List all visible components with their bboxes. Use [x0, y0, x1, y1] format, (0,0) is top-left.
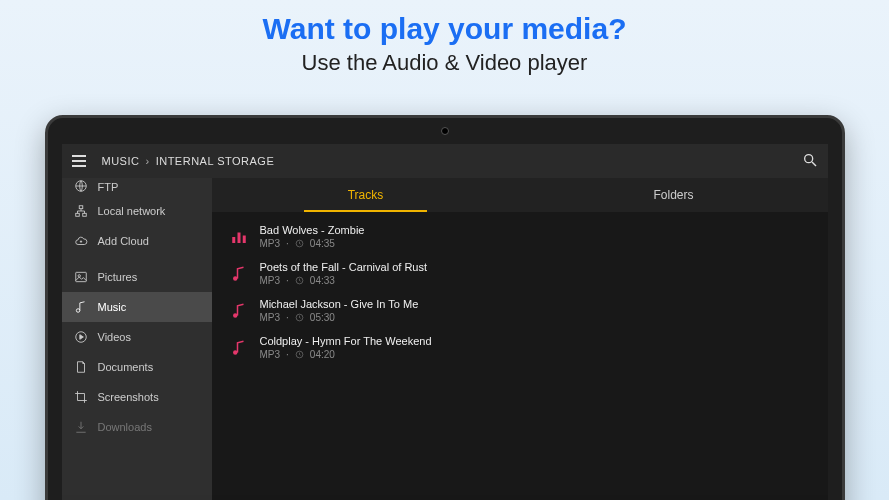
music-note-icon: [230, 339, 248, 357]
sidebar-item-music[interactable]: Music: [62, 292, 212, 322]
sidebar-item-label: Music: [98, 301, 127, 313]
cloud-plus-icon: [74, 234, 88, 248]
track-duration: 04:35: [310, 238, 335, 249]
svg-rect-3: [79, 206, 83, 209]
sidebar-item-documents[interactable]: Documents: [62, 352, 212, 382]
sidebar-item-label: Screenshots: [98, 391, 159, 403]
track-format: MP3: [260, 349, 281, 360]
sidebar-item-videos[interactable]: Videos: [62, 322, 212, 352]
sidebar-item-label: Local network: [98, 205, 166, 217]
chevron-right-icon: ›: [145, 155, 149, 167]
track-list: Bad Wolves - Zombie MP3 · 04:35: [212, 212, 828, 372]
track-row[interactable]: Bad Wolves - Zombie MP3 · 04:35: [212, 218, 828, 255]
svg-rect-11: [237, 232, 240, 243]
top-bar: MUSIC › INTERNAL STORAGE: [62, 144, 828, 178]
clock-icon: [295, 239, 304, 248]
menu-icon[interactable]: [72, 155, 86, 167]
sidebar-item-ftp[interactable]: FTP: [62, 178, 212, 196]
sidebar-item-screenshots[interactable]: Screenshots: [62, 382, 212, 412]
sidebar-item-pictures[interactable]: Pictures: [62, 262, 212, 292]
music-note-icon: [230, 302, 248, 320]
breadcrumb-root[interactable]: MUSIC: [102, 155, 140, 167]
play-circle-icon: [74, 330, 88, 344]
svg-rect-10: [232, 237, 235, 243]
network-icon: [74, 204, 88, 218]
clock-icon: [295, 276, 304, 285]
clock-icon: [295, 350, 304, 359]
sidebar-item-localnet[interactable]: Local network: [62, 196, 212, 226]
track-duration: 04:33: [310, 275, 335, 286]
app-screen: MUSIC › INTERNAL STORAGE FTP Local netwo…: [62, 144, 828, 500]
track-format: MP3: [260, 275, 281, 286]
globe-icon: [74, 179, 88, 193]
sidebar-item-label: Documents: [98, 361, 154, 373]
track-duration: 04:20: [310, 349, 335, 360]
track-row[interactable]: Poets of the Fall - Carnival of Rust MP3…: [212, 255, 828, 292]
svg-rect-4: [75, 213, 79, 216]
sidebar-item-label: Add Cloud: [98, 235, 149, 247]
music-note-icon: [230, 265, 248, 283]
promo-title: Want to play your media?: [0, 12, 889, 46]
svg-point-0: [804, 155, 812, 163]
image-icon: [74, 270, 88, 284]
track-format: MP3: [260, 238, 281, 249]
clock-icon: [295, 313, 304, 322]
search-icon[interactable]: [802, 152, 818, 170]
sidebar-item-label: Pictures: [98, 271, 138, 283]
tab-bar: Tracks Folders: [212, 178, 828, 212]
download-icon: [74, 420, 88, 434]
svg-rect-6: [75, 272, 86, 281]
breadcrumb-path[interactable]: INTERNAL STORAGE: [156, 155, 275, 167]
svg-point-8: [76, 309, 79, 313]
sidebar: FTP Local network Add Cloud Pictures: [62, 178, 212, 500]
track-row[interactable]: Coldplay - Hymn For The Weekend MP3 · 04…: [212, 329, 828, 366]
tab-tracks[interactable]: Tracks: [212, 178, 520, 212]
track-format: MP3: [260, 312, 281, 323]
track-title: Coldplay - Hymn For The Weekend: [260, 335, 432, 347]
sidebar-item-label: FTP: [98, 181, 119, 193]
track-title: Poets of the Fall - Carnival of Rust: [260, 261, 428, 273]
track-duration: 05:30: [310, 312, 335, 323]
equalizer-icon: [230, 228, 248, 246]
device-frame: MUSIC › INTERNAL STORAGE FTP Local netwo…: [45, 115, 845, 500]
sidebar-item-downloads[interactable]: Downloads: [62, 412, 212, 442]
document-icon: [74, 360, 88, 374]
svg-rect-5: [82, 213, 86, 216]
track-title: Michael Jackson - Give In To Me: [260, 298, 419, 310]
music-note-icon: [74, 300, 88, 314]
svg-rect-12: [242, 235, 245, 243]
svg-line-1: [812, 162, 816, 166]
sidebar-item-label: Downloads: [98, 421, 152, 433]
main-panel: Tracks Folders Bad Wolves - Zombie MP3 ·: [212, 178, 828, 500]
promo-subtitle: Use the Audio & Video player: [0, 50, 889, 76]
tab-folders[interactable]: Folders: [520, 178, 828, 212]
track-row[interactable]: Michael Jackson - Give In To Me MP3 · 05…: [212, 292, 828, 329]
camera-dot: [441, 127, 449, 135]
track-title: Bad Wolves - Zombie: [260, 224, 365, 236]
sidebar-item-label: Videos: [98, 331, 131, 343]
sidebar-item-addcloud[interactable]: Add Cloud: [62, 226, 212, 256]
crop-icon: [74, 390, 88, 404]
